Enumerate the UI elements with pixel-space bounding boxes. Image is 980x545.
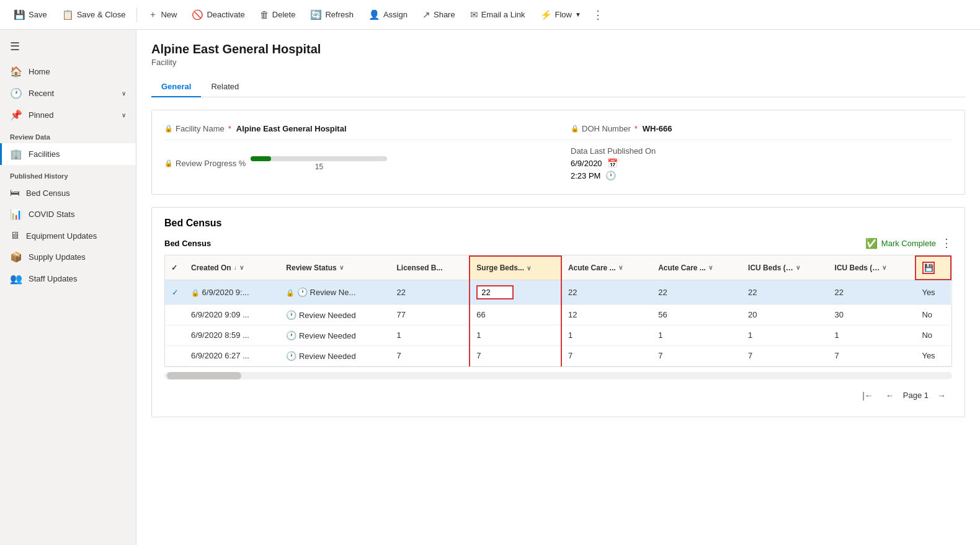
col-licensed-beds[interactable]: Licensed B...: [390, 256, 470, 280]
row-3-created-on: 6/9/2020 6:27 ...: [185, 345, 280, 366]
surge-beds-chevron-icon: ∨: [527, 265, 531, 272]
deactivate-button[interactable]: 🚫 Deactivate: [185, 6, 251, 24]
row-0-licensed-beds: 22: [390, 280, 470, 304]
row-1-acute-care2: 56: [652, 304, 742, 325]
share-button[interactable]: ↗ Share: [416, 6, 461, 24]
sidebar-item-recent[interactable]: 🕐 Recent ∨: [0, 82, 136, 104]
sidebar-item-staff-updates[interactable]: 👥 Staff Updates: [0, 268, 136, 290]
record-title: Alpine East General Hospital: [151, 42, 965, 56]
scroll-thumb[interactable]: [167, 372, 241, 379]
assign-icon: 👤: [368, 9, 380, 20]
form-row-progress: 🔒 Review Progress % 15 Data Last Publish…: [164, 143, 952, 184]
save-button[interactable]: 💾 Save: [7, 6, 53, 24]
table-row: 6/9/2020 8:59 ...🕐 Review Needed111111No: [165, 325, 951, 345]
horizontal-scrollbar[interactable]: [164, 372, 952, 379]
flow-button[interactable]: ⚡ Flow ▼: [534, 6, 587, 24]
facility-name-field: 🔒 Facility Name * Alpine East General Ho…: [164, 124, 546, 133]
more-options-button[interactable]: ⋮: [592, 8, 604, 22]
sidebar-item-supply-updates[interactable]: 📦 Supply Updates: [0, 246, 136, 268]
staff-updates-icon: 👥: [10, 273, 22, 285]
row-1-created-on: 6/9/2020 9:09 ...: [185, 304, 280, 325]
next-page-button[interactable]: →: [933, 389, 950, 402]
col-save[interactable]: 💾: [915, 256, 951, 280]
progress-container: 15: [251, 156, 546, 171]
review-status-chevron-icon: ∨: [339, 264, 344, 271]
sidebar-item-covid-stats[interactable]: 📊 COVID Stats: [0, 203, 136, 225]
facility-required-star: *: [228, 124, 231, 133]
clock-icon[interactable]: 🕐: [605, 171, 616, 180]
status-clock-icon: 🕐: [297, 287, 308, 297]
equipment-updates-icon: 🖥: [10, 230, 20, 241]
hamburger-menu[interactable]: ☰: [0, 35, 136, 61]
row-3-check[interactable]: [165, 345, 185, 366]
row-2-review-status: 🕐 Review Needed: [280, 325, 390, 345]
delete-button[interactable]: 🗑 Delete: [254, 6, 302, 24]
row-2-check[interactable]: [165, 325, 185, 345]
table-row: 6/9/2020 9:09 ...🕐 Review Needed77661256…: [165, 304, 951, 325]
progress-lock-icon: 🔒: [164, 159, 173, 167]
assign-button[interactable]: 👤 Assign: [362, 6, 414, 24]
save-col-icon: 💾: [922, 262, 935, 274]
bed-census-card: Bed Census Bed Census ✅ Mark Complete ⋮: [151, 207, 965, 417]
row-0-last-col: Yes: [915, 280, 951, 304]
save-icon: 💾: [14, 9, 25, 20]
row-3-acute-care2: 7: [652, 345, 742, 366]
email-icon: ✉: [470, 9, 478, 20]
table-header-row: ✓ Created On ↓ ∨: [165, 256, 951, 280]
row-0-check[interactable]: ✓: [165, 280, 185, 304]
form-divider1: [164, 140, 952, 140]
row-2-acute-care2: 1: [652, 325, 742, 345]
divider1: [136, 7, 137, 22]
sidebar: ☰ 🏠 Home 🕐 Recent ∨ 📌 Pinned ∨ Review Da…: [0, 30, 136, 545]
col-created-on[interactable]: Created On ↓ ∨: [185, 256, 280, 280]
supply-updates-icon: 📦: [10, 251, 22, 263]
published-date-row: 6/9/2020 📅: [571, 158, 618, 168]
col-surge-beds[interactable]: Surge Beds... ∨: [470, 256, 561, 280]
col-acute-care2[interactable]: Acute Care ... ∨: [652, 256, 742, 280]
bed-census-more-icon[interactable]: ⋮: [941, 236, 952, 250]
row-1-check[interactable]: [165, 304, 185, 325]
sidebar-item-facilities[interactable]: 🏢 Facilities: [0, 143, 136, 165]
calendar-icon[interactable]: 📅: [607, 158, 618, 168]
sidebar-item-pinned[interactable]: 📌 Pinned ∨: [0, 104, 136, 126]
mark-complete-button[interactable]: ✅ Mark Complete: [865, 237, 936, 249]
data-last-published-field: Data Last Published On 6/9/2020 📅 2:23 P…: [571, 146, 952, 180]
row-1-surge-beds: 66: [470, 304, 561, 325]
first-page-button[interactable]: |←: [858, 389, 877, 402]
row-1-acute-care1: 12: [561, 304, 652, 325]
row-0-acute-care1: 22: [561, 280, 652, 304]
row-1-review-status: 🕐 Review Needed: [280, 304, 390, 325]
sidebar-item-equipment-updates[interactable]: 🖥 Equipment Updates: [0, 225, 136, 246]
col-icu-beds2[interactable]: ICU Beds (… ∨: [829, 256, 916, 280]
content-area: Alpine East General Hospital Facility Ge…: [136, 30, 980, 545]
tab-related[interactable]: Related: [201, 77, 249, 97]
facility-name-label: 🔒 Facility Name *: [164, 124, 231, 133]
col-acute-care1[interactable]: Acute Care ... ∨: [561, 256, 652, 280]
refresh-button[interactable]: 🔄 Refresh: [304, 6, 360, 24]
pagination: |← ← Page 1 →: [858, 389, 950, 402]
row-0-surge-beds[interactable]: [470, 280, 561, 304]
new-button[interactable]: ＋ New: [142, 5, 183, 24]
sidebar-item-bed-census[interactable]: 🛏 Bed Census: [0, 182, 136, 203]
save-close-button[interactable]: 📋 Save & Close: [56, 6, 132, 24]
doh-lock-icon: 🔒: [571, 125, 579, 133]
check-all-icon[interactable]: ✓: [171, 264, 177, 272]
row-0-review-status: 🔒 🕐 Review Ne...: [280, 280, 390, 304]
row-0-surge-beds-input[interactable]: [476, 285, 514, 299]
recent-icon: 🕐: [10, 87, 22, 99]
tab-general[interactable]: General: [151, 77, 201, 97]
doh-number-label: 🔒 DOH Number *: [571, 124, 638, 133]
form-card: 🔒 Facility Name * Alpine East General Ho…: [151, 110, 965, 195]
col-icu-beds1[interactable]: ICU Beds (… ∨: [742, 256, 829, 280]
acute-care1-chevron-icon: ∨: [618, 264, 623, 271]
check-icon: ✓: [172, 288, 179, 297]
row-3-icu-beds2: 7: [829, 345, 916, 366]
bed-census-icon: 🛏: [10, 187, 20, 198]
col-review-status[interactable]: Review Status ∨: [280, 256, 390, 280]
sidebar-item-home[interactable]: 🏠 Home: [0, 61, 136, 82]
col-check: ✓: [165, 256, 185, 280]
row-3-acute-care1: 7: [561, 345, 652, 366]
bed-census-table: ✓ Created On ↓ ∨: [165, 255, 951, 366]
email-link-button[interactable]: ✉ Email a Link: [464, 6, 532, 24]
prev-page-button[interactable]: ←: [882, 389, 898, 402]
